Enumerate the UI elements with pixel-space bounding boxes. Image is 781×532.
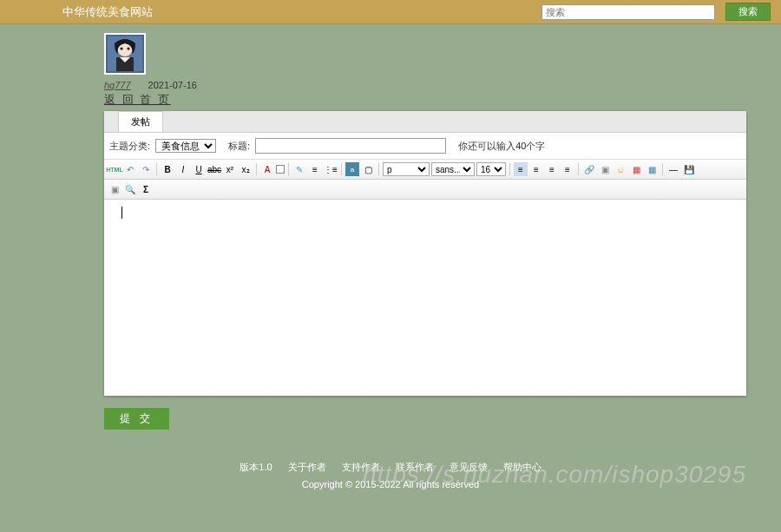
copyright-text: Copyright © 2015-2022 All rights reserve… <box>0 479 781 489</box>
font-color-icon[interactable]: A <box>260 162 274 176</box>
page-icon[interactable]: ▢ <box>361 162 375 176</box>
text-cursor <box>121 207 122 219</box>
title-label: 标题: <box>228 140 250 153</box>
user-section: hq777 2021-07-16 返 回 首 页 <box>0 24 781 108</box>
save-icon[interactable]: 💾 <box>682 162 696 176</box>
form-meta-row: 主题分类: 美食信息 标题: 你还可以输入40个字 <box>104 133 746 159</box>
table-icon[interactable]: ▦ <box>645 162 659 176</box>
search-input[interactable] <box>541 4 715 20</box>
size-select[interactable]: 16 <box>476 162 506 176</box>
footer-link[interactable]: 意见反馈 <box>450 461 488 474</box>
site-title: 中华传统美食网站 <box>62 4 153 20</box>
align-justify-icon[interactable]: ≡ <box>561 162 574 176</box>
italic-icon[interactable]: I <box>176 162 190 176</box>
separator <box>341 163 342 175</box>
bg-color-icon[interactable] <box>276 165 285 174</box>
username-link[interactable]: hq777 <box>104 80 131 90</box>
media-icon[interactable]: ▦ <box>629 162 643 176</box>
footer-link[interactable]: 支持作者 <box>342 461 380 474</box>
symbol-icon[interactable]: ▣ <box>108 182 121 196</box>
chain-link-icon[interactable]: 🔗 <box>582 162 596 176</box>
highlight-icon[interactable]: ✎ <box>292 162 306 176</box>
font-select[interactable]: sans... <box>431 162 475 176</box>
zoom-icon[interactable]: 🔍 <box>123 182 137 196</box>
format-select[interactable]: p <box>383 162 430 176</box>
align-left-icon[interactable]: ≡ <box>514 162 528 176</box>
separator <box>256 163 257 175</box>
hr-icon[interactable]: — <box>666 162 680 176</box>
align-right-icon[interactable]: ≡ <box>545 162 559 176</box>
separator <box>578 163 579 175</box>
undo-icon[interactable]: ↶ <box>123 162 137 176</box>
submit-button[interactable]: 提 交 <box>104 408 169 430</box>
sigma-icon[interactable]: Σ <box>139 182 153 196</box>
header-bar: 中华传统美食网站 搜索 <box>0 0 781 24</box>
svg-point-2 <box>121 48 123 50</box>
footer-link[interactable]: 关于作者 <box>288 461 326 474</box>
separator <box>662 163 663 175</box>
post-date: 2021-07-16 <box>148 80 197 90</box>
footer-link[interactable]: 联系作者 <box>396 461 434 474</box>
link-icon[interactable]: a <box>345 162 359 176</box>
align-center-icon[interactable]: ≡ <box>529 162 543 176</box>
image-icon[interactable]: ▣ <box>598 162 612 176</box>
superscript-icon[interactable]: x² <box>223 162 237 176</box>
category-select[interactable]: 美食信息 <box>155 139 216 153</box>
unordered-list-icon[interactable]: ⋮≡ <box>324 162 338 176</box>
editor-toolbar-2: ▣ 🔍 Σ <box>104 180 746 200</box>
editor-textarea[interactable] <box>104 200 746 396</box>
footer: 版本1.0 关于作者 支持作者 联系作者 意见反馈 帮助中心 Copyright… <box>0 461 781 489</box>
search-button[interactable]: 搜索 <box>725 3 771 21</box>
footer-link[interactable]: 帮助中心 <box>503 461 541 474</box>
editor-toolbar: HTML ↶ ↷ B I U abc x² x₂ A ✎ ≡ ⋮≡ a ▢ p … <box>104 159 746 180</box>
avatar <box>104 33 146 75</box>
separator <box>378 163 379 175</box>
title-input[interactable] <box>255 138 446 154</box>
ordered-list-icon[interactable]: ≡ <box>308 162 322 176</box>
underline-icon[interactable]: U <box>192 162 206 176</box>
html-source-icon[interactable]: HTML <box>108 162 121 176</box>
subscript-icon[interactable]: x₂ <box>239 162 253 176</box>
strike-icon[interactable]: abc <box>207 162 221 176</box>
svg-point-3 <box>128 48 130 50</box>
category-label: 主题分类: <box>109 140 150 153</box>
footer-link[interactable]: 版本1.0 <box>240 461 272 474</box>
footer-links: 版本1.0 关于作者 支持作者 联系作者 意见反馈 帮助中心 <box>0 461 781 474</box>
emoji-icon[interactable]: ☺ <box>614 162 627 176</box>
char-hint: 你还可以输入40个字 <box>458 140 545 153</box>
redo-icon[interactable]: ↷ <box>139 162 153 176</box>
bold-icon[interactable]: B <box>161 162 174 176</box>
separator <box>509 163 510 175</box>
tab-post[interactable]: 发帖 <box>118 111 163 132</box>
tab-bar: 发帖 <box>104 111 746 133</box>
post-form-panel: 发帖 主题分类: 美食信息 标题: 你还可以输入40个字 HTML ↶ ↷ B … <box>104 111 746 396</box>
separator <box>156 163 157 175</box>
separator <box>288 163 289 175</box>
back-home-link[interactable]: 返 回 首 页 <box>104 92 171 108</box>
